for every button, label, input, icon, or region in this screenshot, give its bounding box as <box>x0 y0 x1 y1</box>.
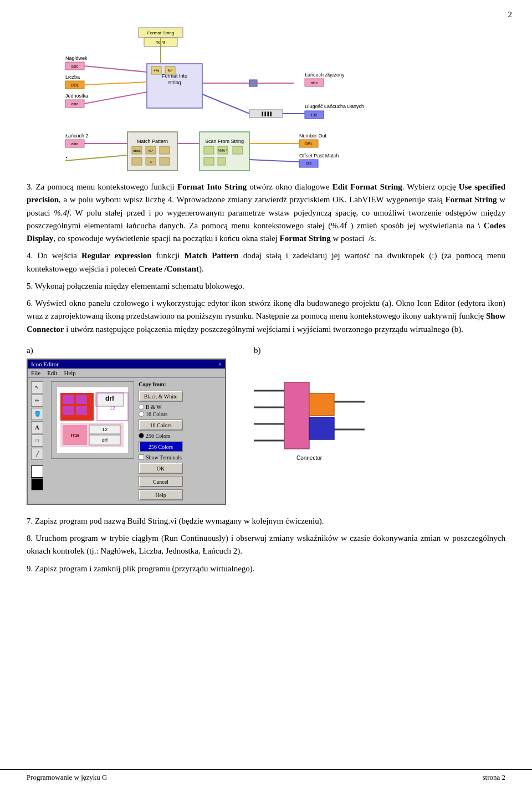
svg-text:Scan From String: Scan From String <box>205 139 244 144</box>
section-7: 7. Zapisz program pod nazwą Build String… <box>27 515 505 528</box>
ie-menu-help[interactable]: Help <box>64 370 75 376</box>
svg-text:abc: abc <box>71 64 79 69</box>
page-footer: Programowanie w języku G strona 2 <box>0 769 532 782</box>
ie-right-panel: Copy from: Black & White B & W 16 Colors <box>139 381 222 500</box>
ie-menu-file[interactable]: File <box>31 370 40 376</box>
svg-rect-95 <box>284 382 309 449</box>
icon-editor-window[interactable]: Icon Editor × File Edit Help ↖ ✏ 🪣 A □ <box>27 359 226 505</box>
ie-btn-cancel[interactable]: Cancel <box>139 476 183 487</box>
ie-checkbox-terminals[interactable] <box>139 454 144 460</box>
ie-btn-help[interactable]: Help <box>139 489 183 500</box>
ie-tool-rect[interactable]: □ <box>31 434 43 447</box>
svg-rect-51 <box>160 157 170 165</box>
svg-rect-48 <box>132 157 142 165</box>
ie-radio-16-input[interactable] <box>139 411 144 417</box>
svg-text:Łańcuch 2: Łańcuch 2 <box>65 133 89 139</box>
ie-radio-256-label: 256 Colors <box>146 433 170 439</box>
svg-text:abc: abc <box>71 141 79 146</box>
ie-canvas[interactable]: drf rca 12 drf 12 <box>51 381 134 459</box>
connector-svg: Connector <box>254 374 365 463</box>
footer-right: strona 2 <box>482 773 505 782</box>
section-8: 8. Uruchom program w trybie ciągłym (Run… <box>27 532 505 558</box>
svg-line-21 <box>84 82 147 85</box>
svg-text:⊙: ⊙ <box>150 160 152 163</box>
ie-checkbox-label: Show Terminals <box>146 454 182 461</box>
svg-line-22 <box>84 92 147 104</box>
svg-text:Offset Past Match: Offset Past Match <box>299 153 339 158</box>
ie-titlebar: Icon Editor × <box>28 360 225 369</box>
svg-rect-59 <box>233 146 243 154</box>
svg-line-70 <box>249 160 299 162</box>
svg-text:abc: abc <box>311 80 318 85</box>
svg-text:12: 12 <box>102 427 108 432</box>
bold-match-pattern: Match Pattern <box>184 251 238 260</box>
ie-menubar: File Edit Help <box>28 369 225 378</box>
section-9-num: 9. <box>27 564 35 573</box>
bold-format-string: Format String <box>446 195 497 204</box>
section-8-num: 8. <box>27 534 35 543</box>
svg-text:%% *: %% * <box>218 149 227 152</box>
svg-text:I32: I32 <box>305 161 312 166</box>
fig-a-label: a) <box>27 346 232 355</box>
section-7-num: 7. <box>27 516 35 525</box>
ie-radio-bw[interactable]: B & W <box>139 404 222 410</box>
svg-line-20 <box>84 66 147 72</box>
ie-tool-pencil[interactable]: ✏ <box>31 395 43 407</box>
svg-rect-25 <box>249 80 257 86</box>
ie-radio-bw-input[interactable] <box>139 404 144 410</box>
ie-btn-256colors[interactable]: 256 Colors <box>139 441 183 452</box>
ie-radio-group: B & W 16 Colors <box>139 404 222 417</box>
svg-text:Nagłówek: Nagłówek <box>65 55 88 61</box>
svg-text:abc: abc <box>71 101 79 106</box>
ie-copy-label: Copy from: <box>139 381 222 387</box>
ie-radio-16[interactable]: 16 Colors <box>139 411 222 417</box>
svg-text:Liczba: Liczba <box>65 74 80 80</box>
svg-text:I32: I32 <box>311 112 318 117</box>
svg-line-53 <box>65 155 127 161</box>
bold-show-connector: Show Connector <box>27 311 505 333</box>
ie-title: Icon Editor <box>31 361 59 367</box>
ie-radio-bw-label: B & W <box>146 404 162 410</box>
diagram-svg: Format String %.4f Nagłówek abc Liczba D… <box>28 22 504 172</box>
ie-tool-text[interactable]: A <box>31 421 43 433</box>
ie-btn-ok[interactable]: OK <box>139 463 183 474</box>
icon-canvas-svg: drf rca 12 drf 12 <box>52 382 134 458</box>
ie-tool-line[interactable]: ╱ <box>31 448 43 460</box>
svg-text:abba: abba <box>133 149 141 152</box>
ie-radio-256[interactable]: 256 Colors <box>139 433 222 439</box>
content-area: 3. Za pomocą menu kontekstowego funkcji … <box>27 181 505 575</box>
bold-codes-display: \ Codes Display <box>27 221 505 243</box>
figures-row: a) Icon Editor × File Edit Help ↖ ✏ <box>27 346 505 505</box>
ie-radio-256-input[interactable] <box>139 433 144 438</box>
ie-btn-16colors[interactable]: 16 Colors <box>139 419 183 431</box>
svg-text:drf: drf <box>105 395 115 402</box>
section-4-num: 4. <box>27 251 37 260</box>
svg-text:12: 12 <box>110 405 115 411</box>
bold-format-string-2: Format String <box>280 234 331 243</box>
connector-diagram: Connector <box>254 374 365 463</box>
section-3-num: 3. <box>27 182 35 191</box>
section-9: 9. Zapisz program i zamknij plik program… <box>27 562 505 575</box>
svg-text:Długość Łańcucha Danych: Długość Łańcucha Danych <box>305 104 364 109</box>
svg-text:DBL: DBL <box>304 141 313 146</box>
svg-rect-47 <box>160 146 170 154</box>
figure-b: b) <box>254 346 387 463</box>
ie-checkbox-row[interactable]: Show Terminals <box>139 454 222 461</box>
svg-text:Connector: Connector <box>296 455 323 461</box>
ie-tool-fill[interactable]: 🪣 <box>31 408 43 420</box>
section-4: 4. Do wejścia Regular expression funkcji… <box>27 249 505 275</box>
fig-b-label: b) <box>254 346 261 355</box>
ie-radio-16-label: 16 Colors <box>146 411 167 417</box>
svg-line-30 <box>202 94 249 114</box>
ie-menu-edit[interactable]: Edit <box>47 370 57 376</box>
ie-close-icon[interactable]: × <box>218 361 222 367</box>
svg-text:%.*: %.* <box>148 149 154 152</box>
svg-rect-61 <box>218 157 226 165</box>
ie-tool-pointer[interactable]: ↖ <box>31 381 43 393</box>
labview-diagram: Format String %.4f Nagłówek abc Liczba D… <box>28 22 504 172</box>
svg-text:rca: rca <box>70 432 79 438</box>
bold-format-into-string: Format Into String <box>177 182 247 191</box>
svg-text:Format String: Format String <box>147 30 174 35</box>
ie-btn-bw[interactable]: Black & White <box>139 391 183 402</box>
italic-percent4f: %.4f <box>54 208 69 217</box>
